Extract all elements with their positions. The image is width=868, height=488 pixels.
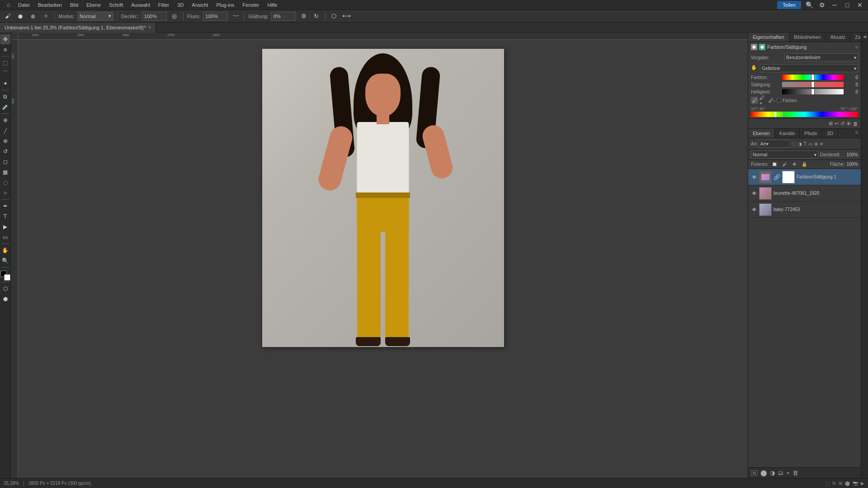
layer-2-visibility[interactable]: 👁 — [751, 206, 757, 213]
layer-1-visibility[interactable]: 👁 — [751, 190, 757, 197]
properties-collapse-btn[interactable]: ≡ — [855, 45, 858, 50]
layer-item-1[interactable]: 👁 brunette-487061_1920 — [748, 185, 861, 202]
brush-size-icon[interactable]: ⬤ — [15, 11, 25, 21]
layer-item-0[interactable]: 👁 🔗 Farbton/Sättigung 1 — [748, 169, 861, 185]
foreground-background-colors[interactable] — [0, 271, 10, 281]
timeline-btn[interactable]: ⬚ — [826, 481, 830, 486]
deckkraft-value[interactable]: 100% — [842, 152, 858, 157]
layer-group-btn[interactable]: 🗂 — [778, 469, 783, 476]
share-button[interactable]: Teilen — [777, 1, 801, 9]
smoothing-icon[interactable]: 〰 — [231, 11, 241, 21]
hs-eyedropper-minus-btn[interactable]: 🖊- — [768, 97, 775, 104]
layer-mask-btn[interactable]: ⬤ — [760, 469, 767, 476]
glaettung-value[interactable]: 0% — [271, 12, 296, 21]
layer-fx-btn[interactable]: fx — [751, 470, 758, 476]
quick-mask-btn[interactable]: ⬡ — [0, 284, 10, 294]
hs-icon-2[interactable]: ⬤ — [759, 44, 765, 50]
tab-bibliotheken[interactable]: Bibliotheken — [789, 33, 826, 42]
document-tab[interactable]: Unbenannt-1 bei 25,3% (Farbton/Sättigung… — [0, 23, 156, 33]
magic-wand-tool[interactable]: ✦ — [0, 79, 10, 89]
history-brush-tool[interactable]: ↺ — [0, 146, 10, 156]
lasso-tool[interactable]: ⌒ — [0, 68, 10, 78]
right-collapse-panel[interactable]: ◀ — [861, 33, 868, 478]
menu-item-auswahl[interactable]: Auswahl — [127, 1, 154, 9]
angle-icon[interactable]: ↻ — [311, 11, 321, 21]
settings-icon[interactable]: ⚙ — [817, 0, 826, 9]
menu-item-schrift[interactable]: Schrift — [105, 1, 127, 9]
saettigung-handle[interactable] — [811, 81, 815, 88]
pressure-icon[interactable]: ⬡ — [329, 11, 339, 21]
spectrum-bar[interactable] — [751, 112, 858, 117]
vorgabe-dropdown[interactable]: Benutzerdefiniert ▾ — [784, 53, 858, 61]
menu-item-datei[interactable]: Datei — [14, 1, 33, 9]
path-select-tool[interactable]: ▶ — [0, 222, 10, 232]
gradient-tool[interactable]: ▦ — [0, 167, 10, 177]
fluss-value[interactable]: 100% — [203, 12, 228, 21]
clone-tool[interactable]: ⊗ — [0, 136, 10, 146]
hs-eyedropper-plus-btn[interactable]: 🖊+ — [760, 97, 767, 104]
text-tool[interactable]: T — [0, 211, 10, 221]
fix-move-btn[interactable]: ✥ — [791, 161, 798, 168]
gelbtoene-dropdown[interactable]: Gelbtöne ▾ — [760, 64, 858, 72]
blur-tool[interactable]: ◌ — [0, 178, 10, 188]
tab-kanaele[interactable]: Kanäle — [775, 129, 800, 138]
tab-3d[interactable]: 3D — [822, 129, 838, 138]
menu-item-filter[interactable]: Filter — [155, 1, 173, 9]
menu-item-bearbeiten[interactable]: Bearbeiten — [34, 1, 66, 9]
shape-tool[interactable]: ▭ — [0, 232, 10, 242]
menu-item-ansicht[interactable]: Ansicht — [188, 1, 212, 9]
layer-item-2[interactable]: 👁 baby-772453 — [748, 202, 861, 218]
farben-checkbox[interactable] — [777, 98, 781, 103]
hand-tool-icon[interactable]: ✋ — [751, 65, 758, 72]
window-min-icon[interactable]: ─ — [830, 0, 839, 9]
filter-adjustment-icon[interactable]: ◑ — [798, 141, 802, 146]
hs-icon-1[interactable]: ⬤ — [751, 44, 757, 50]
new-layer-status-btn[interactable]: ⊞ — [839, 481, 842, 486]
reset-btn[interactable]: ↩ — [835, 121, 839, 127]
tab-eigenschaften[interactable]: Eigenschaften — [748, 33, 789, 42]
filter-pixel-icon[interactable]: ⬚ — [792, 141, 796, 146]
saettigung-slider[interactable] — [782, 82, 844, 87]
eyedropper-tool[interactable]: 💉 — [0, 102, 10, 112]
fix-all-btn[interactable]: 🔒 — [800, 161, 809, 168]
hand-tool[interactable]: ✋ — [0, 245, 10, 255]
toggle-visibility-btn[interactable]: ↺ — [840, 121, 844, 127]
window-max-icon[interactable]: □ — [843, 0, 852, 9]
delete-btn[interactable]: 🗑 — [853, 121, 858, 127]
art-dropdown[interactable]: Art ▾ — [759, 140, 790, 148]
fix-paint-btn[interactable]: 🖌 — [781, 161, 789, 168]
airbrush-icon[interactable]: ◎ — [170, 11, 179, 21]
farbton-handle[interactable] — [811, 74, 815, 80]
layer-delete-btn[interactable]: 🗑 — [793, 469, 798, 476]
layers-panel-menu[interactable]: ≡ — [853, 129, 861, 138]
helligkeit-slider[interactable] — [782, 89, 844, 94]
window-close-icon[interactable]: ✕ — [855, 0, 864, 9]
move-tool[interactable]: ✥ — [0, 34, 10, 44]
zoom-tool[interactable]: 🔍 — [0, 256, 10, 266]
symmetry-icon[interactable]: ⟷ — [342, 11, 352, 21]
clip-to-layer-btn[interactable]: ⊞ — [829, 121, 833, 127]
hs-eyedropper-btn[interactable]: 🖊 — [751, 97, 758, 104]
brush-tool-icon[interactable]: 🖌 — [3, 11, 13, 21]
menu-item-plugins[interactable]: Plug-ins — [212, 1, 238, 9]
collapse-icon[interactable]: ◀ — [861, 33, 868, 39]
eye-btn[interactable]: 👁 — [846, 121, 851, 127]
fix-transparent-btn[interactable]: 🔲 — [770, 161, 779, 168]
fx-indicator[interactable]: fx — [832, 481, 836, 486]
layer-adjustment-btn[interactable]: ◑ — [770, 469, 775, 476]
deckkraft-value[interactable]: 100% — [142, 12, 167, 21]
snapshot-btn[interactable]: 📷 — [853, 481, 858, 486]
farbton-slider[interactable] — [782, 75, 844, 80]
artboard-tool[interactable]: ⊞ — [0, 45, 10, 55]
crop-tool[interactable]: ⧉ — [0, 92, 10, 102]
dodge-tool[interactable]: ○ — [0, 188, 10, 198]
arrow-status-btn[interactable]: ▶ — [861, 481, 864, 486]
eraser-tool[interactable]: ◻ — [0, 157, 10, 167]
marquee-tool[interactable]: ⬚ — [0, 58, 10, 68]
filter-toggle[interactable]: ✕ — [820, 141, 823, 146]
filter-text-icon[interactable]: T — [804, 141, 807, 146]
menu-item-hilfe[interactable]: Hilfe — [264, 1, 281, 9]
layer-new-btn[interactable]: + — [786, 469, 790, 476]
tab-ebenen[interactable]: Ebenen — [748, 129, 775, 138]
menu-item-fenster[interactable]: Fenster — [239, 1, 263, 9]
